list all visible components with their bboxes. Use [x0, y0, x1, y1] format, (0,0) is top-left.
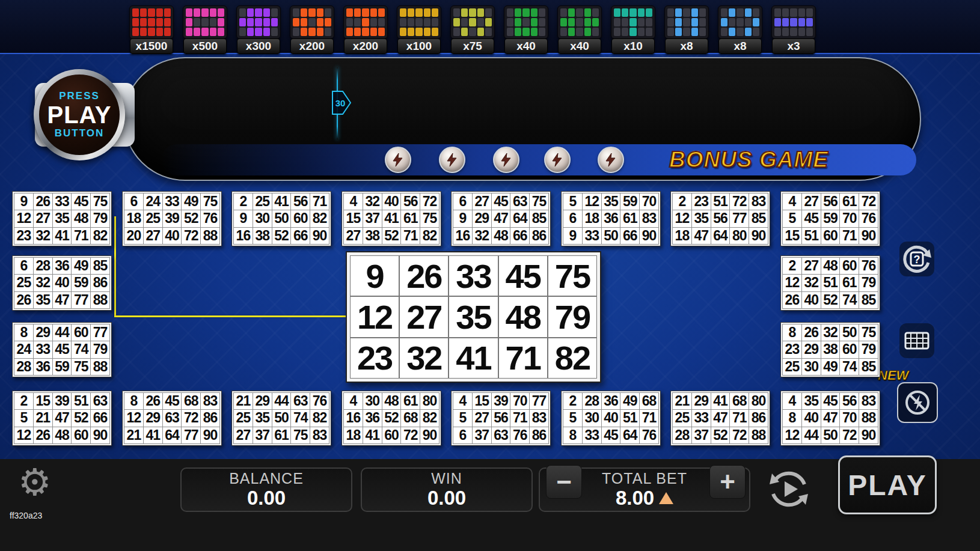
bingo-card-left-2[interactable]: 82944607724334574792836597588 [12, 322, 112, 377]
bingo-card-bottom-1[interactable]: 2153951635214752661226486090 [12, 391, 112, 446]
bingo-card-top-7[interactable]: 22351728312355677851847648090 [670, 191, 770, 246]
multiplier-tile-x300: x300 [236, 5, 281, 54]
multiplier-pattern [129, 5, 174, 39]
pattern-cell [531, 8, 537, 17]
bingo-number: 37 [692, 427, 711, 443]
turbo-toggle-button[interactable] [897, 382, 938, 423]
bingo-card-top-3[interactable]: 2254156719305060821638526690 [231, 191, 331, 246]
pattern-cell [721, 28, 727, 36]
pattern-cell [531, 18, 537, 26]
bingo-card-top-2[interactable]: 62433497518253952762027407288 [122, 191, 222, 246]
card-view-button[interactable] [899, 323, 934, 358]
bingo-card-right-2[interactable]: 82632507523293860792530497485 [780, 322, 880, 377]
bingo-card-bottom-6[interactable]: 228364968530405171833456476 [561, 391, 661, 446]
bingo-number: 23 [351, 338, 399, 378]
bingo-card-top-8[interactable]: 4275661725455970761551607190 [780, 191, 880, 246]
bet-decrease-button[interactable]: − [546, 465, 582, 499]
pattern-cell [469, 8, 476, 17]
bingo-number: 5 [783, 210, 801, 227]
press-play-button[interactable]: PRESS PLAY BUTTON [34, 69, 125, 160]
bingo-number: 68 [640, 393, 658, 409]
bingo-number: 8 [563, 427, 582, 443]
bingo-number: 83 [749, 193, 768, 210]
bingo-number: 25 [14, 275, 33, 291]
multiplier-label: x3 [772, 38, 815, 54]
bingo-number: 70 [840, 210, 859, 227]
multiplier-tile-x8: x8 [718, 5, 762, 54]
bingo-number: 35 [802, 393, 821, 409]
pattern-cell [745, 18, 752, 26]
bingo-number: 66 [91, 410, 109, 426]
bingo-number: 60 [382, 427, 401, 443]
play-button[interactable]: PLAY [838, 455, 937, 514]
bingo-number: 48 [382, 393, 401, 409]
pattern-cell [568, 28, 575, 36]
pattern-cell [308, 18, 315, 26]
bingo-number: 71 [510, 410, 529, 426]
bingo-number: 51 [711, 193, 730, 210]
pattern-cell [683, 8, 690, 17]
pattern-cell [255, 28, 262, 36]
pattern-cell [301, 8, 307, 17]
bingo-number: 39 [163, 210, 182, 227]
bingo-card-bottom-8[interactable]: 4354556838404770881244507290 [780, 391, 880, 446]
bingo-number: 4 [344, 193, 363, 210]
settings-gear-button[interactable]: ⚙ [18, 464, 52, 501]
help-button[interactable]: ? [899, 242, 934, 276]
bingo-number: 6 [453, 427, 472, 443]
bingo-card-right-1[interactable]: 22748607612325161792640527485 [780, 255, 880, 311]
bingo-number: 41 [363, 427, 382, 443]
bingo-number: 48 [72, 210, 90, 227]
bet-increase-button[interactable]: + [709, 465, 746, 499]
bingo-number: 68 [182, 393, 200, 409]
bingo-number: 76 [310, 393, 329, 409]
autoplay-button[interactable] [765, 465, 813, 513]
bingo-number: 2 [673, 193, 691, 210]
bingo-card-top-5[interactable]: 6274563759294764851632486686 [451, 191, 551, 246]
ball-count-badge: 30 [332, 91, 351, 115]
bingo-number: 32 [473, 228, 491, 244]
pattern-cell [186, 8, 192, 17]
pattern-cell [782, 28, 789, 36]
bingo-number: 47 [492, 210, 510, 227]
press-play-line1: PRESS [59, 90, 100, 102]
bingo-number: 33 [692, 410, 711, 426]
multiplier-pattern [771, 5, 816, 39]
bingo-number: 82 [420, 410, 439, 426]
bonus-game-title: BONUS GAME [669, 147, 934, 173]
pattern-cell [790, 8, 797, 17]
bingo-number: 32 [400, 338, 448, 378]
pattern-cell [317, 8, 323, 17]
bingo-card-bottom-3[interactable]: 212944637625355074822737617583 [231, 391, 331, 446]
pattern-cell [461, 8, 468, 17]
pattern-cell [507, 28, 513, 36]
bingo-number: 90 [201, 427, 219, 443]
bingo-card-top-1[interactable]: 92633457512273548792332417182 [12, 191, 112, 246]
bingo-card-bottom-7[interactable]: 212941688025334771862837527288 [670, 391, 770, 446]
pattern-cell [638, 18, 645, 26]
pattern-cell [354, 28, 361, 36]
bingo-number: 47 [711, 410, 730, 426]
pattern-cell [485, 28, 492, 36]
bingo-grid: 212941688025334771862837527288 [672, 392, 768, 444]
bingo-number: 77 [730, 210, 749, 227]
bingo-number: 86 [749, 410, 768, 426]
bingo-number: 72 [420, 193, 439, 210]
bingo-card-top-6[interactable]: 512355970618366183933506690 [561, 191, 661, 246]
bingo-number: 88 [91, 292, 109, 308]
pattern-cell [346, 8, 353, 17]
pattern-cell [667, 18, 674, 26]
bingo-card-left-1[interactable]: 62836498525324059862635477788 [12, 255, 112, 311]
lightning-icon [604, 153, 618, 167]
bingo-card-bottom-4[interactable]: 43048618016365268821841607290 [341, 391, 441, 446]
pattern-cell [408, 18, 414, 26]
bingo-number: 66 [620, 228, 639, 244]
bingo-number: 26 [34, 427, 52, 443]
bingo-number: 75 [201, 193, 219, 210]
bingo-grid: 6274563759294764851632486686 [453, 193, 549, 245]
bingo-card-bottom-2[interactable]: 82645688312296372862141647790 [122, 391, 222, 446]
bingo-card-bottom-5[interactable]: 415397077527567183637637686 [451, 391, 551, 446]
multiplier-pattern [450, 5, 495, 39]
bingo-card-top-4[interactable]: 43240567215374161752738527182 [341, 191, 441, 246]
bingo-number: 5 [453, 410, 472, 426]
